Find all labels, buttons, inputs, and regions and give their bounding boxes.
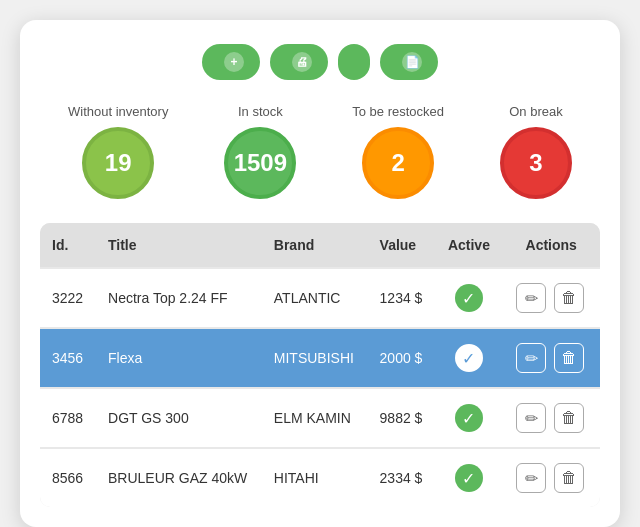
cell-active: ✓: [435, 448, 502, 507]
stat-item-2: To be restocked 2: [352, 104, 444, 199]
edit-button[interactable]: ✏: [516, 463, 546, 493]
toolbar: + 🖨 📄: [40, 44, 600, 80]
delete-button[interactable]: 🗑: [554, 403, 584, 433]
cell-value: 9882 $: [368, 388, 436, 448]
active-check-icon: ✓: [455, 284, 483, 312]
stat-circle-1: 1509: [224, 127, 296, 199]
active-check-icon: ✓: [455, 344, 483, 372]
export-icon: 📄: [402, 52, 422, 72]
stat-circle-2: 2: [362, 127, 434, 199]
actions-container: ✏ 🗑: [514, 403, 588, 433]
plus-icon: +: [224, 52, 244, 72]
cell-active: ✓: [435, 388, 502, 448]
active-check-icon: ✓: [455, 404, 483, 432]
products-table-wrapper: Id. Title Brand Value Active Actions 322…: [40, 223, 600, 507]
stat-item-1: In stock 1509: [224, 104, 296, 199]
cell-active: ✓: [435, 268, 502, 328]
stat-label-3: On break: [509, 104, 562, 119]
stat-label-1: In stock: [238, 104, 283, 119]
table-header-row: Id. Title Brand Value Active Actions: [40, 223, 600, 268]
table-row: 3222 Nectra Top 2.24 FF ATLANTIC 1234 $ …: [40, 268, 600, 328]
export-button[interactable]: 📄: [380, 44, 438, 80]
cell-actions: ✏ 🗑: [502, 388, 600, 448]
actions-container: ✏ 🗑: [514, 463, 588, 493]
table-row: 6788 DGT GS 300 ELM KAMIN 9882 $ ✓ ✏ 🗑: [40, 388, 600, 448]
stat-label-2: To be restocked: [352, 104, 444, 119]
stats-row: Without inventory 19 In stock 1509 To be…: [40, 104, 600, 199]
actions-container: ✏ 🗑: [514, 283, 588, 313]
cell-title: BRULEUR GAZ 40kW: [96, 448, 262, 507]
products-table: Id. Title Brand Value Active Actions 322…: [40, 223, 600, 507]
stat-circle-0: 19: [82, 127, 154, 199]
print-button[interactable]: 🖨: [270, 44, 328, 80]
update-button[interactable]: [338, 44, 370, 80]
cell-actions: ✏ 🗑: [502, 268, 600, 328]
cell-brand: ATLANTIC: [262, 268, 368, 328]
col-title: Title: [96, 223, 262, 268]
cell-title: DGT GS 300: [96, 388, 262, 448]
cell-active: ✓: [435, 328, 502, 388]
edit-button[interactable]: ✏: [516, 283, 546, 313]
delete-button[interactable]: 🗑: [554, 283, 584, 313]
delete-button[interactable]: 🗑: [554, 463, 584, 493]
active-check-icon: ✓: [455, 464, 483, 492]
stat-circle-3: 3: [500, 127, 572, 199]
stat-item-3: On break 3: [500, 104, 572, 199]
col-value: Value: [368, 223, 436, 268]
printer-icon: 🖨: [292, 52, 312, 72]
cell-id: 3222: [40, 268, 96, 328]
stat-item-0: Without inventory 19: [68, 104, 168, 199]
cell-value: 2334 $: [368, 448, 436, 507]
col-active: Active: [435, 223, 502, 268]
edit-button[interactable]: ✏: [516, 343, 546, 373]
cell-actions: ✏ 🗑: [502, 328, 600, 388]
cell-brand: ELM KAMIN: [262, 388, 368, 448]
edit-button[interactable]: ✏: [516, 403, 546, 433]
cell-brand: HITAHI: [262, 448, 368, 507]
cell-value: 1234 $: [368, 268, 436, 328]
col-actions: Actions: [502, 223, 600, 268]
table-row: 8566 BRULEUR GAZ 40kW HITAHI 2334 $ ✓ ✏ …: [40, 448, 600, 507]
stat-label-0: Without inventory: [68, 104, 168, 119]
cell-id: 3456: [40, 328, 96, 388]
cell-id: 6788: [40, 388, 96, 448]
cell-title: Nectra Top 2.24 FF: [96, 268, 262, 328]
col-id: Id.: [40, 223, 96, 268]
cell-id: 8566: [40, 448, 96, 507]
cell-brand: MITSUBISHI: [262, 328, 368, 388]
actions-container: ✏ 🗑: [514, 343, 588, 373]
main-card: + 🖨 📄 Without inventory 19 In stock 1509…: [20, 20, 620, 527]
table-row: 3456 Flexa MITSUBISHI 2000 $ ✓ ✏ 🗑: [40, 328, 600, 388]
delete-button[interactable]: 🗑: [554, 343, 584, 373]
cell-value: 2000 $: [368, 328, 436, 388]
cell-actions: ✏ 🗑: [502, 448, 600, 507]
col-brand: Brand: [262, 223, 368, 268]
add-button[interactable]: +: [202, 44, 260, 80]
cell-title: Flexa: [96, 328, 262, 388]
